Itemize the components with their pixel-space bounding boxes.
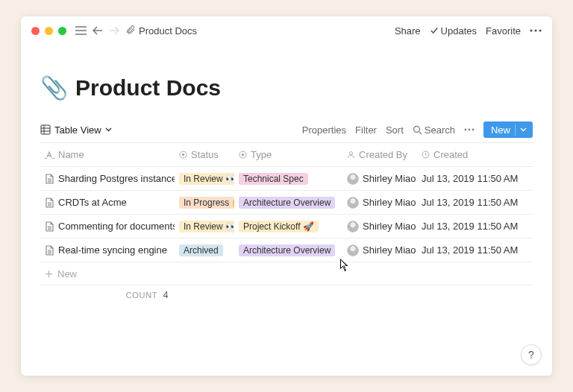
created-by-name: Shirley Miao	[363, 197, 416, 208]
cell-status[interactable]: Archived	[175, 241, 234, 260]
avatar	[347, 197, 359, 209]
count-label: COUNT	[126, 291, 157, 300]
cell-created-by[interactable]: Shirley Miao	[342, 217, 417, 236]
page-icon[interactable]: 📎	[40, 75, 68, 101]
avatar	[347, 173, 359, 185]
ellipsis-icon	[530, 29, 542, 32]
svg-point-2	[539, 29, 541, 31]
plus-icon	[45, 270, 53, 278]
table-row[interactable]: Commenting for documentsIn Review 👀Proje…	[40, 214, 533, 238]
cell-name[interactable]: CRDTs at Acme	[40, 193, 175, 212]
table-header: Name Status Type Created By Created	[40, 142, 533, 166]
type-pill: Architecture Overview	[239, 197, 335, 209]
select-icon	[239, 151, 247, 159]
favorite-button[interactable]: Favorite	[486, 25, 521, 37]
updates-button[interactable]: Updates	[430, 25, 477, 37]
cell-created[interactable]: Jul 13, 2019 11:50 AM	[417, 241, 529, 259]
hamburger-icon[interactable]	[75, 26, 87, 35]
minimize-window-button[interactable]	[45, 27, 53, 35]
cell-created[interactable]: Jul 13, 2019 11:50 AM	[417, 217, 529, 235]
table-row[interactable]: Real-time syncing engineArchivedArchitec…	[40, 238, 533, 262]
page-icon	[45, 245, 54, 256]
clock-icon	[422, 151, 430, 159]
column-status[interactable]: Status	[175, 145, 234, 164]
svg-point-5	[465, 129, 467, 131]
title-icon	[45, 151, 54, 159]
cell-status[interactable]: In Progress 🙌	[175, 193, 234, 212]
svg-point-0	[530, 29, 532, 31]
person-icon	[347, 151, 355, 159]
help-button[interactable]: ?	[521, 344, 542, 365]
created-by-name: Shirley Miao	[363, 244, 416, 256]
page-header: 📎 Product Docs	[40, 75, 533, 101]
column-name[interactable]: Name	[40, 145, 175, 164]
count-row: COUNT 4	[40, 290, 533, 300]
cell-type[interactable]: Technical Spec	[234, 169, 342, 189]
sort-button[interactable]: Sort	[386, 124, 404, 136]
svg-point-12	[350, 152, 353, 155]
updates-label: Updates	[441, 25, 477, 37]
cell-created-by[interactable]: Shirley Miao	[342, 193, 417, 212]
table-icon	[40, 124, 51, 135]
column-created-by[interactable]: Created By	[342, 145, 417, 164]
view-label: Table View	[54, 124, 101, 136]
search-button[interactable]: Search	[413, 124, 455, 136]
more-menu-button[interactable]	[530, 29, 542, 32]
type-pill: Architecture Overview	[239, 244, 335, 256]
column-name-label: Name	[58, 149, 84, 160]
page-content: 📎 Product Docs Table View Properties Fil…	[21, 45, 552, 300]
cell-created-by[interactable]: Shirley Miao	[342, 169, 417, 189]
new-row-label: New	[57, 268, 77, 279]
type-pill: Project Kickoff 🚀	[239, 221, 319, 233]
page-icon	[45, 221, 54, 232]
close-window-button[interactable]	[31, 27, 40, 35]
cell-status[interactable]: In Review 👀	[175, 217, 234, 236]
cell-created[interactable]: Jul 13, 2019 11:50 AM	[417, 169, 529, 188]
cell-type[interactable]: Project Kickoff 🚀	[234, 217, 342, 236]
view-selector[interactable]: Table View	[40, 124, 112, 136]
cell-name[interactable]: Real-time syncing engine	[40, 241, 175, 259]
column-created-label: Created	[433, 149, 468, 160]
svg-rect-3	[41, 125, 50, 134]
search-label: Search	[425, 124, 455, 136]
page-icon	[45, 174, 54, 184]
filter-button[interactable]: Filter	[355, 124, 377, 136]
window-controls	[31, 27, 66, 35]
database-toolbar: Table View Properties Filter Sort Search…	[40, 121, 533, 142]
cell-created[interactable]: Jul 13, 2019 11:50 AM	[417, 193, 529, 212]
back-button[interactable]	[93, 26, 103, 35]
cell-name[interactable]: Sharding Postgres instances	[40, 169, 175, 188]
column-type[interactable]: Type	[234, 145, 342, 164]
check-icon	[430, 26, 439, 35]
forward-button[interactable]	[109, 26, 119, 35]
table-row[interactable]: Sharding Postgres instancesIn Review 👀Te…	[40, 166, 533, 190]
chevron-down-icon	[520, 127, 527, 132]
avatar	[347, 221, 359, 233]
breadcrumb[interactable]: Product Docs	[125, 25, 197, 37]
new-button[interactable]: New	[483, 121, 533, 138]
count-cell[interactable]: COUNT 4	[40, 290, 175, 300]
divider	[515, 124, 516, 136]
table-row[interactable]: CRDTs at AcmeIn Progress 🙌Architecture O…	[40, 190, 533, 214]
properties-button[interactable]: Properties	[302, 124, 346, 136]
share-button[interactable]: Share	[395, 25, 421, 37]
cell-status[interactable]: In Review 👀	[175, 169, 234, 189]
cell-type[interactable]: Architecture Overview	[234, 193, 342, 212]
cell-created-by[interactable]: Shirley Miao	[342, 241, 417, 260]
toolbar-more-button[interactable]	[464, 128, 475, 131]
created-by-name: Shirley Miao	[363, 221, 416, 232]
maximize-window-button[interactable]	[58, 27, 66, 35]
page-title[interactable]: Product Docs	[75, 75, 221, 101]
cell-name[interactable]: Commenting for documents	[40, 217, 175, 235]
chevron-down-icon	[105, 127, 112, 132]
titlebar: Product Docs Share Updates Favorite	[21, 16, 552, 45]
new-button-label: New	[491, 124, 510, 136]
column-created[interactable]: Created	[417, 145, 529, 164]
ellipsis-icon	[464, 128, 475, 131]
paperclip-icon	[125, 25, 136, 37]
column-type-label: Type	[251, 149, 272, 160]
new-row-button[interactable]: New	[40, 262, 533, 285]
cell-type[interactable]: Architecture Overview	[234, 241, 342, 260]
column-created-by-label: Created By	[359, 149, 407, 160]
page-icon	[45, 197, 54, 208]
